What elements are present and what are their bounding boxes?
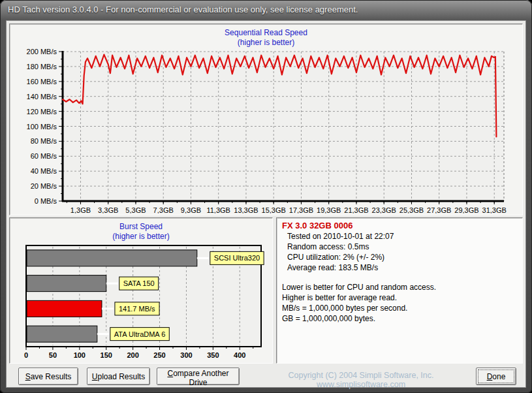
svg-text:1,3GB: 1,3GB (70, 206, 91, 213)
note-mbs-definition: MB/s = 1,000,000 bytes per second. (282, 303, 517, 313)
svg-text:17,3GB: 17,3GB (289, 206, 313, 213)
svg-text:21,3GB: 21,3GB (344, 206, 368, 213)
svg-text:100 MB/s: 100 MB/s (27, 123, 57, 131)
drive-name: FX 3.0 32GB 0006 (282, 221, 517, 231)
burst-speed-chart: 050100150200250300350400SCSI Ultra320SAT… (12, 244, 270, 360)
client-area: Sequential Read Speed (higher is better)… (6, 20, 526, 388)
svg-text:350: 350 (207, 351, 219, 359)
svg-text:15,3GB: 15,3GB (262, 206, 286, 213)
note-gb-definition: GB = 1,000,000,000 bytes. (282, 313, 517, 324)
window-title: HD Tach version 3.0.4.0 - For non-commer… (0, 0, 532, 20)
save-results-button[interactable]: Save Results (18, 368, 78, 385)
sequential-read-panel: Sequential Read Speed (higher is better)… (9, 24, 523, 215)
cpu-utilization-text: CPU utilization: 2% (+/- 2%) (282, 252, 517, 262)
svg-text:ATA UltraDMA 6: ATA UltraDMA 6 (114, 330, 165, 338)
svg-text:250: 250 (153, 351, 165, 359)
hdtach-window: HD Tach version 3.0.4.0 - For non-commer… (0, 0, 532, 393)
svg-text:7,3GB: 7,3GB (153, 206, 174, 213)
svg-text:31,3GB: 31,3GB (482, 206, 507, 213)
svg-text:9,3GB: 9,3GB (181, 206, 201, 213)
svg-text:23,3GB: 23,3GB (372, 206, 396, 213)
average-read-text: Average read: 183.5 MB/s (282, 262, 517, 273)
svg-text:80 MB/s: 80 MB/s (31, 137, 57, 145)
note-higher-better: Higher is better for average read. (282, 292, 517, 303)
svg-text:141.7 MB/s: 141.7 MB/s (119, 305, 155, 313)
svg-text:160 MB/s: 160 MB/s (27, 78, 57, 86)
svg-text:100: 100 (74, 351, 86, 359)
svg-text:11,3GB: 11,3GB (206, 206, 230, 213)
svg-text:5,3GB: 5,3GB (125, 206, 146, 213)
svg-text:50: 50 (49, 351, 57, 359)
svg-text:29,3GB: 29,3GB (454, 206, 478, 213)
svg-text:400: 400 (234, 351, 245, 359)
random-access-text: Random access: 0.5ms (282, 242, 517, 252)
upload-results-button[interactable]: Upload Results (87, 368, 150, 385)
sequential-read-chart: 0 MB/s20 MB/s40 MB/s60 MB/s80 MB/s100 MB… (11, 48, 521, 213)
burst-speed-panel: Burst Speed (higher is better) 050100150… (9, 217, 273, 364)
svg-text:120 MB/s: 120 MB/s (27, 108, 57, 116)
svg-text:0: 0 (24, 351, 28, 359)
svg-text:60 MB/s: 60 MB/s (31, 152, 57, 160)
compare-another-drive-button[interactable]: Compare Another Drive (157, 368, 240, 385)
svg-text:140 MB/s: 140 MB/s (27, 93, 57, 101)
svg-text:13,3GB: 13,3GB (234, 206, 258, 213)
svg-text:180 MB/s: 180 MB/s (27, 63, 57, 71)
note-lower-better: Lower is better for CPU and random acces… (282, 282, 517, 292)
sequential-chart-subtitle: (higher is better) (10, 38, 522, 47)
burst-chart-title: Burst Speed (10, 218, 272, 232)
tested-on-text: Tested on 2010-10-01 at 22:07 (282, 231, 517, 242)
done-button[interactable]: Done (476, 368, 516, 385)
svg-text:150: 150 (101, 351, 112, 359)
svg-text:300: 300 (180, 351, 192, 359)
svg-text:27,3GB: 27,3GB (427, 206, 451, 213)
svg-text:40 MB/s: 40 MB/s (31, 167, 57, 175)
svg-text:19,3GB: 19,3GB (317, 206, 341, 213)
svg-text:SATA 150: SATA 150 (123, 279, 155, 287)
svg-text:25,3GB: 25,3GB (399, 206, 424, 213)
drive-info-panel: FX 3.0 32GB 0006 Tested on 2010-10-01 at… (276, 217, 523, 364)
burst-chart-subtitle: (higher is better) (10, 232, 272, 241)
svg-text:200: 200 (127, 351, 138, 359)
svg-text:20 MB/s: 20 MB/s (31, 182, 57, 190)
sequential-chart-title: Sequential Read Speed (10, 24, 522, 38)
svg-text:0 MB/s: 0 MB/s (35, 197, 57, 205)
svg-text:SCSI Ultra320: SCSI Ultra320 (214, 254, 260, 262)
svg-text:3,3GB: 3,3GB (98, 206, 118, 213)
copyright-text: Copyright (C) 2004 Simpli Software, Inc.… (253, 371, 469, 389)
svg-text:200 MB/s: 200 MB/s (27, 48, 57, 55)
